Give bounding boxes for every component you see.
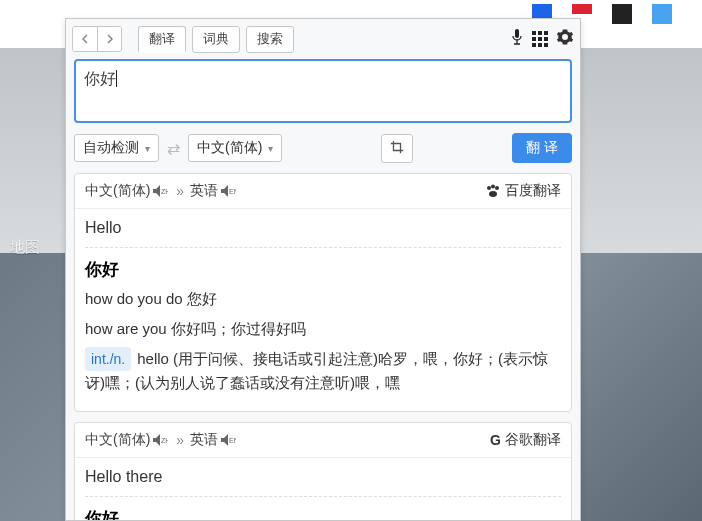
tab-search[interactable]: 搜索: [246, 26, 294, 53]
dict-line: how do you do 您好: [85, 287, 561, 311]
svg-text:EN: EN: [229, 188, 236, 195]
result-card-header: 中文(简体) ZH » 英语 EN G 谷歌翻译: [75, 423, 571, 458]
target-language-label: 中文(简体): [197, 139, 262, 157]
apps-grid-icon[interactable]: [532, 31, 548, 47]
mic-icon[interactable]: [510, 28, 524, 50]
source-language-select[interactable]: 自动检测 ▾: [74, 134, 159, 162]
target-lang-label: 英语: [190, 431, 218, 449]
provider-label: 百度翻译: [505, 182, 561, 200]
definition-text: hello (用于问候、接电话或引起注意)哈罗，喂，你好；(表示惊讶)嘿；(认为…: [85, 350, 548, 391]
result-card-header: 中文(简体) ZH » 英语 EN 百度翻译: [75, 174, 571, 209]
source-language-label: 自动检测: [83, 139, 139, 157]
target-language-select[interactable]: 中文(简体) ▾: [188, 134, 282, 162]
tab-translate[interactable]: 翻译: [138, 26, 186, 53]
swap-languages-icon[interactable]: ⇄: [167, 139, 180, 158]
svg-point-4: [491, 185, 495, 189]
result-card-google: 中文(简体) ZH » 英语 EN G 谷歌翻译 Hello there 你好: [74, 422, 572, 520]
popup-header: 翻译 词典 搜索: [66, 19, 580, 59]
chevron-down-icon: ▾: [268, 143, 273, 154]
settings-icon[interactable]: [556, 28, 574, 51]
source-lang-label: 中文(简体): [85, 431, 150, 449]
svg-text:ZH: ZH: [161, 188, 168, 195]
provider-baidu[interactable]: 百度翻译: [485, 182, 561, 200]
speaker-icon[interactable]: ZH: [150, 183, 170, 199]
target-lang-label: 英语: [190, 182, 218, 200]
svg-point-5: [495, 186, 499, 190]
svg-text:EN: EN: [229, 437, 236, 444]
tab-bar: 翻译 词典 搜索: [138, 26, 294, 53]
chevron-down-icon: ▾: [145, 143, 150, 154]
source-text-input[interactable]: 你好: [74, 59, 572, 123]
dict-definition: int./n.hello (用于问候、接电话或引起注意)哈罗，喂，你好；(表示惊…: [85, 347, 561, 395]
speaker-icon[interactable]: ZH: [150, 432, 170, 448]
paw-icon: [485, 183, 501, 199]
result-card-baidu: 中文(简体) ZH » 英语 EN 百度翻译 Hello 你好 how do y…: [74, 173, 572, 412]
provider-google[interactable]: G 谷歌翻译: [490, 431, 561, 449]
translate-button[interactable]: 翻 译: [512, 133, 572, 163]
keyword: 你好: [85, 507, 561, 520]
svg-text:ZH: ZH: [161, 437, 168, 444]
nav-forward-button[interactable]: [97, 27, 121, 51]
provider-label: 谷歌翻译: [505, 431, 561, 449]
translate-popup: 翻译 词典 搜索 你好 自动检测 ▾ ⇄ 中文(简体) ▾: [65, 18, 581, 521]
source-lang-label: 中文(简体): [85, 182, 150, 200]
arrow-icon: »: [176, 432, 184, 448]
google-g-icon: G: [490, 432, 501, 448]
nav-buttons: [72, 26, 122, 52]
background-label: 地图: [10, 238, 40, 257]
arrow-icon: »: [176, 183, 184, 199]
speaker-icon[interactable]: EN: [218, 432, 238, 448]
translation-main: Hello: [85, 219, 561, 237]
tab-dictionary[interactable]: 词典: [192, 26, 240, 53]
translation-main: Hello there: [85, 468, 561, 486]
language-row: 自动检测 ▾ ⇄ 中文(简体) ▾ 翻 译: [74, 133, 572, 163]
svg-rect-0: [515, 29, 519, 38]
dict-line: how are you 你好吗；你过得好吗: [85, 317, 561, 341]
speaker-icon[interactable]: EN: [218, 183, 238, 199]
svg-point-6: [489, 191, 497, 197]
keyword: 你好: [85, 258, 561, 281]
svg-point-3: [487, 186, 491, 190]
screenshot-translate-button[interactable]: [381, 134, 413, 163]
input-value: 你好: [84, 70, 116, 87]
pos-badge: int./n.: [85, 347, 131, 371]
nav-back-button[interactable]: [73, 27, 97, 51]
